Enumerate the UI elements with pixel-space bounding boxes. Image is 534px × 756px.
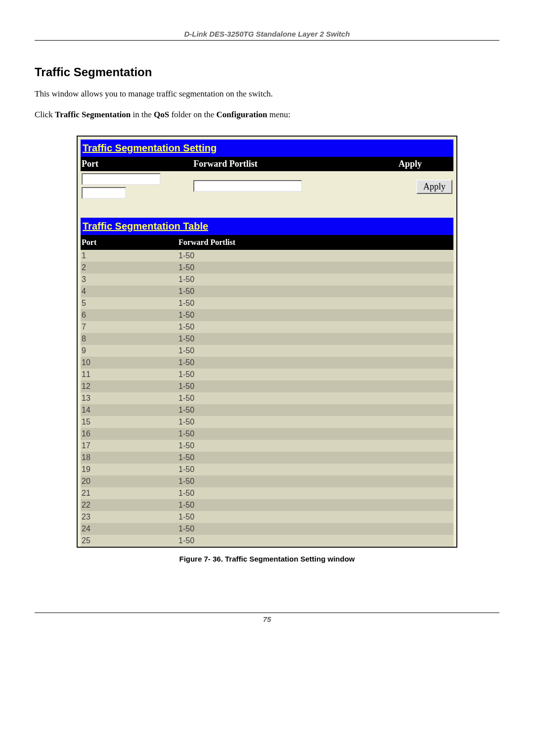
apply-button[interactable]: Apply [416, 180, 452, 194]
intro-text: menu: [267, 110, 290, 119]
cell-forward-portlist: 1-50 [178, 250, 453, 262]
cell-forward-portlist: 1-50 [178, 452, 453, 464]
cell-port: 6 [81, 309, 178, 321]
intro-bold-2: QoS [154, 110, 169, 119]
setting-panel-title: Traffic Segmentation Setting [81, 140, 453, 157]
table-row: 131-50 [81, 392, 453, 404]
cell-port: 20 [81, 475, 178, 487]
setting-input-row: Apply [81, 171, 453, 204]
cell-forward-portlist: 1-50 [178, 297, 453, 309]
cell-port: 1 [81, 250, 178, 262]
cell-port: 7 [81, 321, 178, 333]
table-row: 51-50 [81, 297, 453, 309]
cell-port: 23 [81, 511, 178, 523]
cell-port: 2 [81, 262, 178, 274]
table-row: 221-50 [81, 499, 453, 511]
table-row: 11-50 [81, 250, 453, 262]
cell-port: 9 [81, 345, 178, 357]
cell-forward-portlist: 1-50 [178, 333, 453, 345]
col-apply: Apply [398, 157, 453, 171]
settings-panel: Traffic Segmentation Setting Port Forwar… [77, 136, 457, 548]
cell-forward-portlist: 1-50 [178, 357, 453, 369]
cell-port: 15 [81, 416, 178, 428]
port-from-input[interactable] [82, 173, 161, 185]
section-heading: Traffic Segmentation [35, 65, 499, 79]
cell-port: 5 [81, 297, 178, 309]
cell-port: 25 [81, 535, 178, 547]
intro-line-2: Click Traffic Segmentation in the QoS fo… [35, 109, 499, 121]
cell-forward-portlist: 1-50 [178, 499, 453, 511]
cell-port: 8 [81, 333, 178, 345]
cell-forward-portlist: 1-50 [178, 416, 453, 428]
table-row: 251-50 [81, 535, 453, 547]
forward-portlist-input[interactable] [193, 180, 302, 192]
cell-port: 4 [81, 285, 178, 297]
cell-forward-portlist: 1-50 [178, 523, 453, 535]
intro-text: Click [35, 110, 55, 119]
table-row: 41-50 [81, 285, 453, 297]
cell-port: 3 [81, 274, 178, 285]
cell-port: 19 [81, 464, 178, 475]
table-row: 181-50 [81, 452, 453, 464]
cell-forward-portlist: 1-50 [178, 475, 453, 487]
table-row: 71-50 [81, 321, 453, 333]
cell-forward-portlist: 1-50 [178, 309, 453, 321]
page-number: 75 [35, 615, 499, 623]
table-row: 81-50 [81, 333, 453, 345]
setting-table: Port Forward Portlist Apply Apply [81, 157, 453, 218]
header-rule [35, 40, 499, 41]
footer: 75 [35, 613, 499, 623]
cell-forward-portlist: 1-50 [178, 511, 453, 523]
table-row: 141-50 [81, 404, 453, 416]
col-port: Port [81, 157, 192, 171]
cell-forward-portlist: 1-50 [178, 428, 453, 440]
intro-text: in the [131, 110, 154, 119]
doc-header: D-Link DES-3250TG Standalone Layer 2 Swi… [35, 30, 499, 38]
table-row: 231-50 [81, 511, 453, 523]
cell-port: 18 [81, 452, 178, 464]
cell-forward-portlist: 1-50 [178, 380, 453, 392]
table-row: 191-50 [81, 464, 453, 475]
cell-forward-portlist: 1-50 [178, 440, 453, 452]
cell-port: 14 [81, 404, 178, 416]
cell-port: 16 [81, 428, 178, 440]
table-row: 31-50 [81, 274, 453, 285]
table-row: 111-50 [81, 369, 453, 380]
table-row: 171-50 [81, 440, 453, 452]
intro-bold-3: Configuration [217, 110, 267, 119]
table-row: 211-50 [81, 487, 453, 499]
cell-forward-portlist: 1-50 [178, 321, 453, 333]
figure-container: Traffic Segmentation Setting Port Forwar… [77, 136, 457, 563]
cell-forward-portlist: 1-50 [178, 285, 453, 297]
seg-col-port: Port [81, 235, 178, 250]
cell-forward-portlist: 1-50 [178, 369, 453, 380]
cell-port: 10 [81, 357, 178, 369]
cell-forward-portlist: 1-50 [178, 487, 453, 499]
table-row: 21-50 [81, 262, 453, 274]
table-row: 121-50 [81, 380, 453, 392]
intro-bold-1: Traffic Segmentation [55, 110, 131, 119]
table-row: 151-50 [81, 416, 453, 428]
cell-forward-portlist: 1-50 [178, 262, 453, 274]
intro-text: folder on the [169, 110, 216, 119]
cell-port: 12 [81, 380, 178, 392]
table-panel-title: Traffic Segmentation Table [81, 218, 453, 235]
cell-forward-portlist: 1-50 [178, 345, 453, 357]
seg-header-row: Port Forward Portlist [81, 235, 453, 250]
table-row: 91-50 [81, 345, 453, 357]
cell-port: 13 [81, 392, 178, 404]
cell-port: 22 [81, 499, 178, 511]
table-row: 161-50 [81, 428, 453, 440]
cell-forward-portlist: 1-50 [178, 392, 453, 404]
intro-line-1: This window allows you to manage traffic… [35, 88, 499, 100]
cell-port: 21 [81, 487, 178, 499]
seg-col-forward: Forward Portlist [178, 235, 453, 250]
table-row: 241-50 [81, 523, 453, 535]
cell-port: 11 [81, 369, 178, 380]
cell-port: 24 [81, 523, 178, 535]
cell-forward-portlist: 1-50 [178, 535, 453, 547]
figure-caption: Figure 7- 36. Traffic Segmentation Setti… [77, 555, 457, 563]
port-to-input[interactable] [82, 187, 126, 199]
cell-forward-portlist: 1-50 [178, 274, 453, 285]
cell-forward-portlist: 1-50 [178, 464, 453, 475]
